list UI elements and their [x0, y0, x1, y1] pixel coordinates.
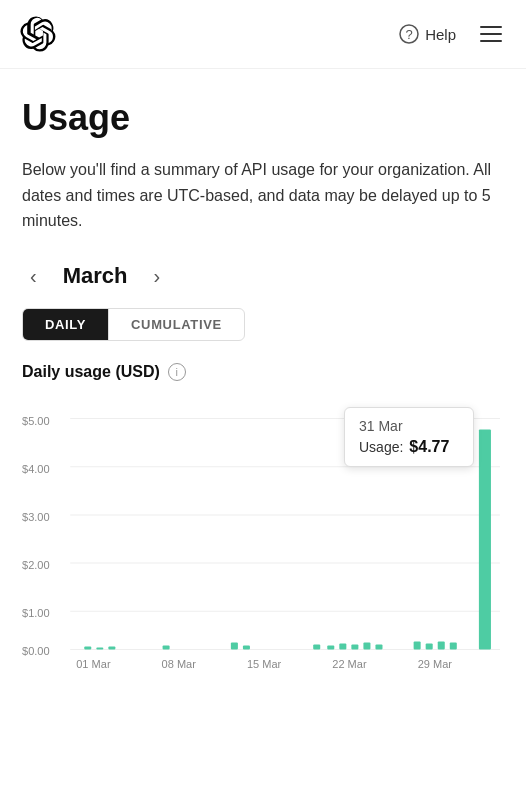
svg-text:08 Mar: 08 Mar: [162, 657, 197, 669]
chart-title: Daily usage (USD): [22, 363, 160, 381]
svg-text:01 Mar: 01 Mar: [76, 657, 111, 669]
current-month-label: March: [63, 263, 128, 289]
svg-rect-18: [231, 642, 238, 649]
tab-cumulative[interactable]: CUMULATIVE: [109, 309, 244, 340]
menu-line-3: [480, 40, 502, 42]
month-nav: ‹ March ›: [22, 262, 504, 290]
tooltip-usage-label: Usage:: [359, 439, 403, 455]
help-button[interactable]: ? Help: [399, 24, 456, 44]
svg-rect-22: [339, 643, 346, 649]
svg-text:?: ?: [406, 27, 413, 42]
chart-container: $5.00 $4.00 $3.00 $2.00 $1.00 $0.00: [22, 397, 504, 677]
svg-rect-17: [163, 645, 170, 649]
svg-text:$2.00: $2.00: [22, 559, 50, 571]
svg-rect-16: [108, 646, 115, 649]
next-month-button[interactable]: ›: [145, 262, 168, 290]
menu-line-1: [480, 26, 502, 28]
svg-text:$1.00: $1.00: [22, 607, 50, 619]
svg-rect-27: [426, 643, 433, 649]
svg-rect-20: [313, 644, 320, 649]
tooltip-usage-value: $4.77: [409, 438, 449, 456]
svg-text:$4.00: $4.00: [22, 463, 50, 475]
openai-logo: [20, 16, 56, 52]
svg-rect-28: [438, 641, 445, 649]
svg-text:29 Mar: 29 Mar: [418, 657, 453, 669]
menu-line-2: [480, 33, 502, 35]
header-right: ? Help: [399, 22, 506, 46]
help-label: Help: [425, 26, 456, 43]
svg-text:$0.00: $0.00: [22, 645, 50, 657]
header: ? Help: [0, 0, 526, 69]
tab-daily[interactable]: DAILY: [23, 309, 109, 340]
chart-section: Daily usage (USD) i $5.00 $4.00 $3.00 $2…: [22, 363, 504, 677]
svg-rect-24: [363, 642, 370, 649]
chart-title-row: Daily usage (USD) i: [22, 363, 504, 381]
page-title: Usage: [22, 97, 504, 139]
svg-text:$3.00: $3.00: [22, 511, 50, 523]
tabs: DAILY CUMULATIVE: [22, 308, 245, 341]
tooltip-date: 31 Mar: [359, 418, 459, 434]
svg-rect-21: [327, 645, 334, 649]
svg-rect-26: [414, 641, 421, 649]
svg-rect-14: [84, 646, 91, 649]
main-content: Usage Below you'll find a summary of API…: [0, 69, 526, 697]
prev-month-button[interactable]: ‹: [22, 262, 45, 290]
page-description: Below you'll find a summary of API usage…: [22, 157, 504, 234]
svg-rect-29: [450, 642, 457, 649]
help-circle-icon: ?: [399, 24, 419, 44]
svg-text:22 Mar: 22 Mar: [332, 657, 367, 669]
svg-text:15 Mar: 15 Mar: [247, 657, 282, 669]
chart-tooltip: 31 Mar Usage: $4.77: [344, 407, 474, 467]
svg-rect-23: [351, 644, 358, 649]
svg-rect-19: [243, 645, 250, 649]
svg-text:$5.00: $5.00: [22, 414, 50, 426]
svg-rect-15: [96, 647, 103, 649]
tooltip-usage-row: Usage: $4.77: [359, 438, 459, 456]
chart-info-icon[interactable]: i: [168, 363, 186, 381]
svg-rect-30: [479, 429, 491, 649]
svg-rect-25: [375, 644, 382, 649]
menu-button[interactable]: [476, 22, 506, 46]
